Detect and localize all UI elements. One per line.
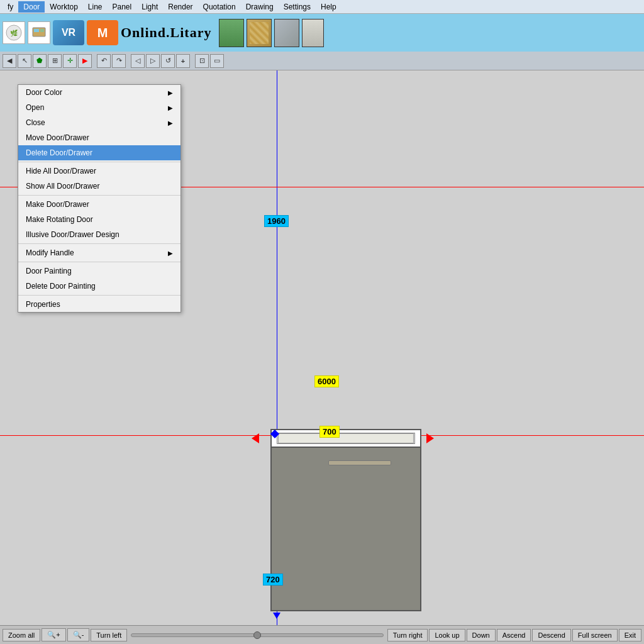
menu-panel[interactable]: Panel <box>108 1 137 13</box>
dd-open[interactable]: Open <box>18 100 180 115</box>
tb2-back[interactable]: ◀ <box>3 54 16 68</box>
dd-close[interactable]: Close <box>18 115 180 130</box>
dd-door-painting[interactable]: Door Painting <box>18 264 180 279</box>
deco2 <box>247 19 272 47</box>
svg-rect-4 <box>40 29 44 32</box>
dd-move-door-drawer[interactable]: Move Door/Drawer <box>18 130 180 145</box>
dimension-1960: 1960 <box>264 215 289 227</box>
menu-help[interactable]: Help <box>316 1 341 13</box>
descend-button[interactable]: Descend <box>532 629 570 641</box>
arrow-right-indicator <box>426 433 434 443</box>
full-screen-button[interactable]: Full screen <box>572 629 618 641</box>
dd-make-rotating[interactable]: Make Rotating Door <box>18 212 180 227</box>
toolbar-vr-button[interactable]: VR <box>53 20 84 45</box>
cabinet-top-surface <box>278 433 414 443</box>
exit-button[interactable]: Exit <box>619 629 641 641</box>
cabinet-top <box>270 429 421 448</box>
arrow-left-indicator <box>252 433 259 443</box>
view-slider[interactable] <box>131 633 384 637</box>
dd-hide-all[interactable]: Hide All Door/Drawer <box>18 164 180 179</box>
deco3 <box>274 19 299 47</box>
dd-show-all[interactable]: Show All Door/Drawer <box>18 179 180 194</box>
tb2-refresh[interactable]: ↺ <box>161 54 175 68</box>
toolbar-decorations <box>219 19 324 47</box>
tb2-cursor[interactable]: ↖ <box>18 54 31 68</box>
dd-properties[interactable]: Properties <box>18 297 180 312</box>
dd-sep3 <box>18 243 180 244</box>
tb2-screen2[interactable]: ▭ <box>210 54 224 68</box>
svg-text:🌿: 🌿 <box>10 29 18 37</box>
menu-door[interactable]: Door <box>18 1 45 13</box>
tb2-redo[interactable]: ↷ <box>112 54 126 68</box>
tb2-leaf[interactable]: ⬟ <box>33 54 47 68</box>
dd-sep2 <box>18 195 180 196</box>
tb2-arr-left[interactable]: ◁ <box>131 54 145 68</box>
toolbar-icon2[interactable] <box>28 21 50 44</box>
tb2-camera[interactable]: ⊞ <box>48 54 62 68</box>
dd-sep4 <box>18 262 180 262</box>
menu-light[interactable]: Light <box>136 1 163 13</box>
turn-left-button[interactable]: Turn left <box>91 629 127 641</box>
dimension-6000: 6000 <box>314 375 339 387</box>
toolbar2: ◀ ↖ ⬟ ⊞ ✛ ▶ ↶ ↷ ◁ ▷ ↺ + ⊡ ▭ <box>0 52 644 70</box>
menu-drawing[interactable]: Drawing <box>241 1 279 13</box>
tb2-plus[interactable]: + <box>176 54 190 68</box>
dd-delete-door-painting[interactable]: Delete Door Painting <box>18 279 180 294</box>
zoom-all-button[interactable]: Zoom all <box>3 629 40 641</box>
deco4 <box>302 19 324 47</box>
slider-thumb[interactable] <box>253 631 261 639</box>
toolbar-area: 🌿 VR M Onlind.Litary <box>0 14 644 52</box>
dd-modify-handle[interactable]: Modify Handle <box>18 245 180 260</box>
turn-right-button[interactable]: Turn right <box>387 629 428 641</box>
tb2-arr-right[interactable]: ▷ <box>146 54 160 68</box>
down-button[interactable]: Down <box>467 629 496 641</box>
zoom-out-button[interactable]: 🔍- <box>67 628 90 641</box>
toolbar-m-button[interactable]: M <box>87 20 118 45</box>
deco1 <box>219 19 244 47</box>
statusbar: Zoom all 🔍+ 🔍- Turn left Turn right Look… <box>0 625 644 644</box>
dd-sep5 <box>18 295 180 296</box>
dimension-720: 720 <box>263 574 283 586</box>
dropdown-menu: Door Color Open Close Move Door/Drawer D… <box>18 84 181 313</box>
menu-fy[interactable]: fy <box>3 1 18 13</box>
dd-make-door-drawer[interactable]: Make Door/Drawer <box>18 197 180 212</box>
look-up-button[interactable]: Look up <box>429 629 465 641</box>
menu-settings[interactable]: Settings <box>279 1 316 13</box>
cabinet-handle <box>328 460 391 465</box>
dd-illusive[interactable]: Illusive Door/Drawer Design <box>18 227 180 242</box>
menu-quotation[interactable]: Quotation <box>198 1 241 13</box>
tb2-cross[interactable]: ✛ <box>63 54 77 68</box>
dd-door-color[interactable]: Door Color <box>18 85 180 100</box>
ascend-button[interactable]: Ascend <box>497 629 531 641</box>
dd-delete-door-drawer[interactable]: Delete Door/Drawer <box>18 145 180 160</box>
menu-worktop[interactable]: Worktop <box>45 1 82 13</box>
main-area: 1960 6000 700 720 Door Color <box>0 70 644 625</box>
vertical-line-arrow-bottom <box>273 613 280 619</box>
canvas-viewport[interactable]: 1960 6000 700 720 Door Color <box>0 70 644 625</box>
tb2-red-arrow[interactable]: ▶ <box>78 54 92 68</box>
tb2-screen1[interactable]: ⊡ <box>195 54 209 68</box>
zoom-in-button[interactable]: 🔍+ <box>42 628 65 641</box>
cabinet-body <box>270 448 421 611</box>
tb2-undo[interactable]: ↶ <box>97 54 111 68</box>
cabinet <box>270 429 421 611</box>
dimension-700: 700 <box>319 426 340 438</box>
app-title: Onlind.Litary <box>121 25 211 41</box>
toolbar-logo: 🌿 <box>3 21 25 44</box>
svg-rect-3 <box>34 29 39 32</box>
dd-sep1 <box>18 162 180 162</box>
menu-line[interactable]: Line <box>83 1 108 13</box>
menubar: fy Door Worktop Line Panel Light Render … <box>0 0 644 14</box>
menu-render[interactable]: Render <box>163 1 197 13</box>
